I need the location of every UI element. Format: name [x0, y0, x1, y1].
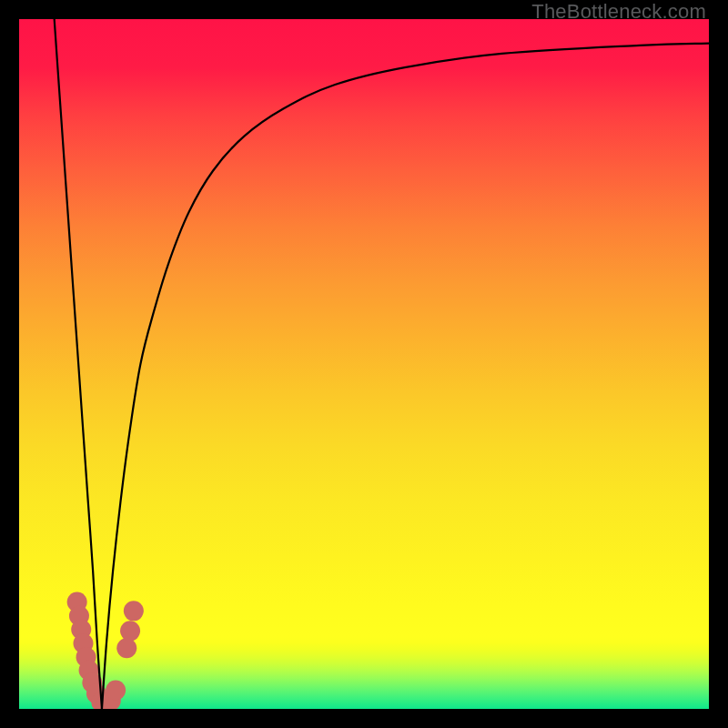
- valley-dot: [124, 601, 144, 621]
- chart-svg: [19, 19, 709, 709]
- valley-dot: [120, 621, 140, 641]
- outer-frame: TheBottleneck.com: [0, 0, 728, 728]
- valley-dot: [116, 638, 136, 658]
- plot-area: [19, 19, 709, 709]
- valley-dot: [106, 681, 126, 701]
- right-branch-curve: [102, 44, 709, 709]
